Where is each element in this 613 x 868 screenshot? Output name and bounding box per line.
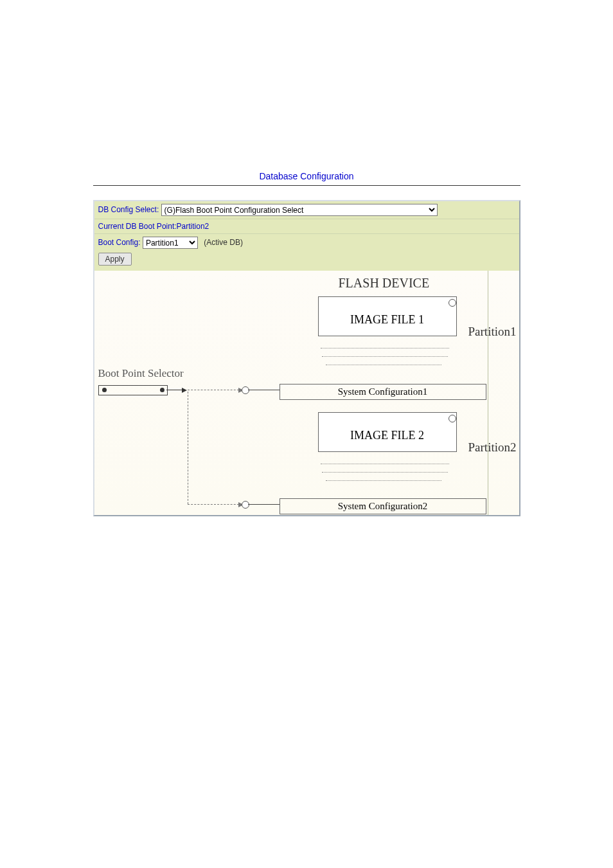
dashed-arrow-icon — [188, 390, 242, 390]
image-file-2-box: IMAGE FILE 2 — [318, 412, 457, 452]
active-db-note: (Active DB) — [204, 238, 243, 247]
dotted-line — [326, 365, 441, 365]
image-file-1-box: IMAGE FILE 1 — [318, 296, 457, 336]
partition-divider — [488, 271, 488, 515]
node-icon — [449, 415, 456, 422]
connector-line — [248, 504, 280, 505]
flash-device-header: FLASH DEVICE — [339, 276, 430, 291]
config-frame: DB Config Select: (G)Flash Boot Point Co… — [93, 200, 520, 516]
node-icon — [449, 299, 456, 307]
selector-box — [98, 385, 168, 395]
dotted-line — [321, 348, 449, 348]
boot-point-selector-label: Boot Point Selector — [98, 367, 184, 380]
selector-dot-icon — [102, 388, 107, 392]
current-boot-row: Current DB Boot Point:Partition2 — [94, 219, 519, 233]
partition2-label: Partition2 — [468, 440, 517, 455]
port-circle-icon — [242, 501, 249, 509]
apply-button[interactable]: Apply — [98, 253, 132, 266]
system-config-2-box: System Configuration2 — [280, 498, 486, 514]
db-config-row: DB Config Select: (G)Flash Boot Point Co… — [94, 201, 519, 219]
dotted-line — [322, 472, 448, 473]
boot-config-row: Boot Config: Partition1 (Active DB) Appl… — [94, 233, 519, 271]
dashed-line — [188, 392, 188, 504]
dotted-line — [321, 464, 449, 464]
partition1-label: Partition1 — [468, 325, 517, 339]
db-config-label: DB Config Select: — [98, 205, 159, 214]
boot-config-label: Boot Config: — [98, 238, 141, 247]
dotted-line — [322, 356, 448, 357]
selector-dot-icon — [160, 388, 164, 392]
current-boot-text: Current DB Boot Point:Partition2 — [98, 222, 209, 231]
connector-line — [248, 390, 280, 390]
system-config-1-box: System Configuration1 — [280, 384, 486, 400]
port-circle-icon — [242, 386, 249, 394]
boot-config-select[interactable]: Partition1 — [143, 237, 198, 249]
page-title: Database Configuration — [93, 167, 520, 185]
divider — [93, 185, 520, 186]
arrow-icon — [166, 390, 186, 390]
dashed-arrow-icon — [188, 504, 242, 505]
flash-diagram: FLASH DEVICE IMAGE FILE 1 System Configu… — [94, 271, 519, 515]
dotted-line — [326, 480, 441, 481]
db-config-select[interactable]: (G)Flash Boot Point Configuration Select — [161, 204, 438, 216]
